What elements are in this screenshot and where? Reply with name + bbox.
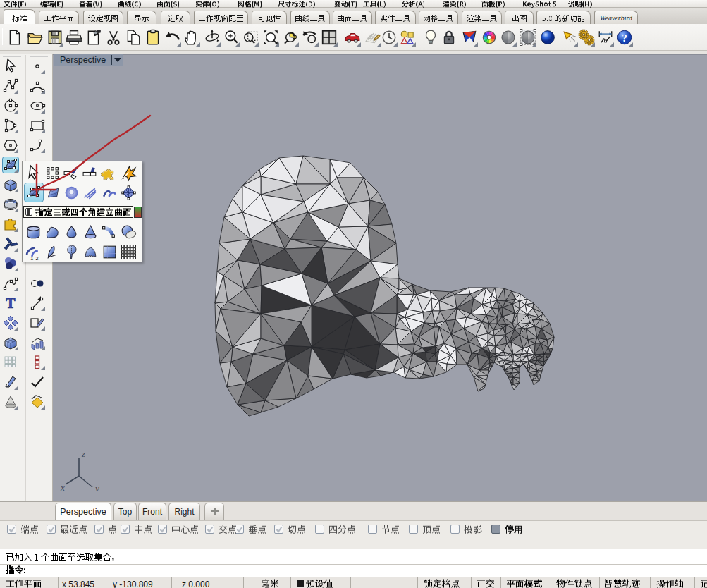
svg-text:?: ? (622, 32, 627, 44)
svg-text:2: 2 (36, 255, 39, 261)
svg-text:1: 1 (30, 255, 33, 261)
svg-text:T: T (6, 295, 16, 311)
